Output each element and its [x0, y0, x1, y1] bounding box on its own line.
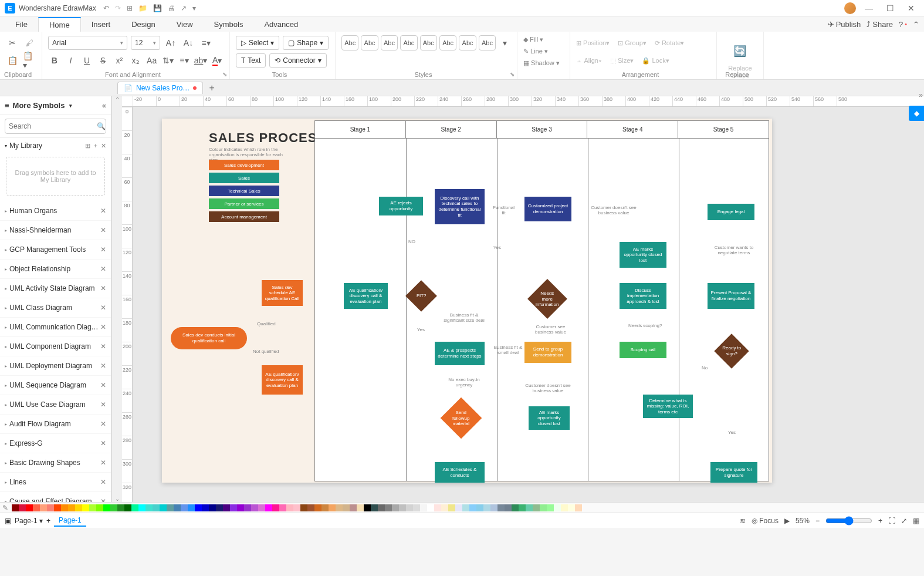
color-swatch[interactable] [54, 504, 61, 511]
color-swatch[interactable] [47, 504, 54, 511]
flow-shape[interactable]: Engage legal [708, 204, 754, 220]
category-item[interactable]: ▸Lines✕ [0, 473, 111, 492]
tab-insert[interactable]: Insert [81, 18, 121, 31]
close-icon[interactable]: ✕ [100, 284, 106, 292]
size-button[interactable]: ⬚ Size▾ [610, 57, 634, 65]
export-icon[interactable]: ↗ [181, 4, 187, 12]
color-swatch[interactable] [378, 504, 385, 511]
color-swatch[interactable] [497, 504, 505, 511]
lock-button[interactable]: 🔒 Lock▾ [642, 57, 669, 65]
category-item[interactable]: ▸Cause and Effect Diagram✕ [0, 492, 111, 502]
color-swatch[interactable] [314, 504, 321, 511]
layers-icon[interactable]: ≋ [740, 517, 746, 525]
color-swatch[interactable] [547, 504, 554, 511]
position-button[interactable]: ⊞ Position▾ [576, 39, 610, 47]
close-icon[interactable]: ✕ [100, 439, 106, 447]
color-swatch[interactable] [399, 504, 406, 511]
add-page-button[interactable]: + [46, 517, 50, 525]
print-icon[interactable]: 🖨 [168, 4, 175, 12]
search-input[interactable] [9, 122, 97, 130]
share-button[interactable]: ⤴ Share [867, 20, 893, 29]
font-size-select[interactable]: 12▾ [131, 36, 160, 50]
fullscreen-icon[interactable]: ⤢ [901, 517, 907, 525]
rotate-button[interactable]: ⟳ Rotate▾ [655, 39, 684, 47]
color-swatch[interactable] [441, 504, 448, 511]
color-swatch[interactable] [554, 504, 561, 511]
color-swatch[interactable] [209, 504, 216, 511]
color-swatch[interactable] [174, 504, 181, 511]
color-swatch[interactable] [385, 504, 392, 511]
highlight-icon[interactable]: ab▾ [194, 53, 208, 68]
style-preset[interactable]: Abc [400, 35, 417, 50]
color-swatch[interactable] [19, 504, 26, 511]
page-select[interactable]: Page-1 ▾ [15, 517, 43, 525]
color-swatch[interactable] [272, 504, 279, 511]
zoom-slider[interactable] [825, 516, 872, 526]
bold-icon[interactable]: B [48, 53, 61, 68]
color-swatch[interactable] [357, 504, 364, 511]
category-item[interactable]: ▸UML Component Diagram✕ [0, 337, 111, 356]
page-layout-icon[interactable]: ▣ [5, 517, 11, 525]
close-button[interactable]: ✕ [903, 2, 919, 14]
color-swatch[interactable] [61, 504, 68, 511]
color-swatch[interactable] [68, 504, 75, 511]
color-swatch[interactable] [110, 504, 117, 511]
color-swatch[interactable] [483, 504, 490, 511]
color-swatch[interactable] [533, 504, 540, 511]
category-item[interactable]: ▸UML Use Case Diagram✕ [0, 395, 111, 415]
case-icon[interactable]: Aa [145, 53, 158, 68]
color-swatch[interactable] [540, 504, 547, 511]
color-swatch[interactable] [434, 504, 441, 511]
style-preset[interactable]: Abc [361, 35, 378, 50]
text-tool[interactable]: T Text [236, 53, 266, 68]
zoom-level[interactable]: 55% [796, 517, 810, 525]
focus-button[interactable]: ◎ Focus [752, 517, 779, 525]
close-icon[interactable]: ✕ [100, 420, 106, 428]
lib-close-icon[interactable]: ✕ [101, 142, 106, 150]
styles-more-icon[interactable]: ▾ [498, 36, 511, 50]
eyedropper-icon[interactable]: ✎ [2, 504, 8, 512]
close-icon[interactable]: ✕ [100, 323, 106, 331]
tab-advanced[interactable]: Advanced [253, 18, 309, 31]
increase-font-icon[interactable]: A↑ [164, 36, 178, 50]
color-swatch[interactable] [512, 504, 519, 511]
color-swatch[interactable] [40, 504, 47, 511]
ai-panel-button[interactable]: ◆ [909, 106, 924, 121]
category-item[interactable]: ▸Basic Drawing Shapes✕ [0, 453, 111, 473]
color-swatch[interactable] [75, 504, 82, 511]
category-item[interactable]: ▸Express-G✕ [0, 434, 111, 453]
tab-symbols[interactable]: Symbols [204, 18, 254, 31]
close-icon[interactable]: ✕ [100, 245, 106, 254]
collapse-ribbon-icon[interactable]: ⌃ [913, 20, 919, 29]
style-preset[interactable]: Abc [459, 35, 476, 50]
color-swatch[interactable] [526, 504, 533, 511]
color-swatch[interactable] [188, 504, 195, 511]
flow-shape[interactable]: Determine what is missing: value, ROI, t… [643, 395, 693, 418]
color-swatch[interactable] [223, 504, 230, 511]
category-item[interactable]: ▸UML Communication Diagr…✕ [0, 318, 111, 337]
tab-view[interactable]: View [166, 18, 204, 31]
flow-shape[interactable]: Send to group demonstration [524, 342, 571, 363]
redo-icon[interactable]: ↷ [115, 4, 121, 12]
close-icon[interactable]: ✕ [100, 400, 106, 409]
close-icon[interactable]: ✕ [100, 459, 106, 467]
category-item[interactable]: ▸Human Organs✕ [0, 201, 111, 221]
color-swatch[interactable] [131, 504, 138, 511]
category-item[interactable]: ▸Object Relationship✕ [0, 260, 111, 279]
color-swatch[interactable] [89, 504, 96, 511]
zoom-in-button[interactable]: + [878, 517, 882, 525]
close-icon[interactable]: ✕ [100, 342, 106, 351]
style-preset[interactable]: Abc [479, 35, 496, 50]
color-swatch[interactable] [476, 504, 483, 511]
bullets-icon[interactable]: ≡▾ [178, 53, 191, 68]
cut-icon[interactable]: ✂ [6, 36, 19, 50]
color-swatch[interactable] [117, 504, 124, 511]
color-swatch[interactable] [33, 504, 40, 511]
color-swatch[interactable] [490, 504, 497, 511]
select-tool[interactable]: ▷ Select ▾ [236, 36, 279, 50]
open-icon[interactable]: 📁 [138, 4, 147, 12]
color-swatch[interactable] [321, 504, 329, 511]
expand-right-panel-icon[interactable]: » [919, 91, 923, 99]
color-swatch[interactable] [469, 504, 476, 511]
fill-button[interactable]: ◆ Fill ▾ [523, 34, 564, 46]
